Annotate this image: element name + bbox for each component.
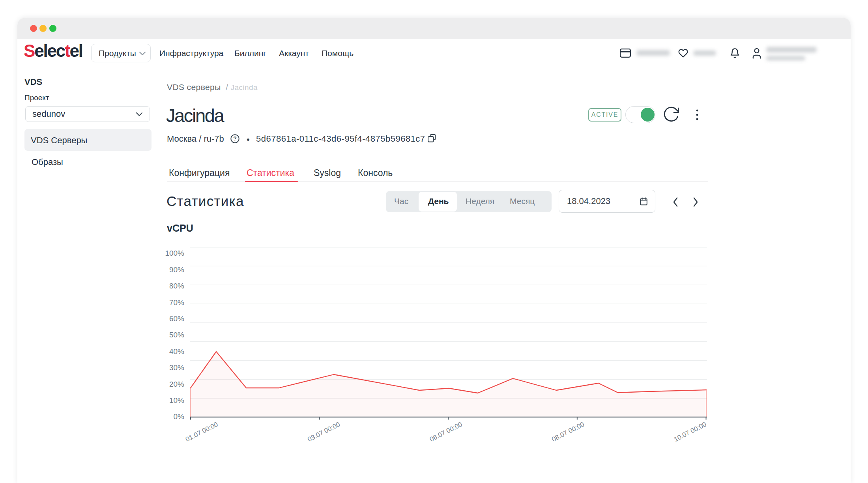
svg-text:40%: 40% bbox=[169, 347, 184, 356]
svg-text:70%: 70% bbox=[169, 298, 184, 307]
svg-text:100%: 100% bbox=[165, 249, 184, 257]
svg-text:01.07 00:00: 01.07 00:00 bbox=[184, 421, 219, 444]
svg-text:0%: 0% bbox=[174, 412, 185, 421]
svg-text:10%: 10% bbox=[169, 396, 184, 404]
svg-text:30%: 30% bbox=[169, 363, 184, 372]
svg-text:80%: 80% bbox=[169, 282, 184, 290]
svg-text:10.07 00:00: 10.07 00:00 bbox=[673, 421, 708, 444]
svg-text:20%: 20% bbox=[169, 380, 184, 388]
svg-text:90%: 90% bbox=[169, 266, 184, 274]
svg-text:08.07 00:00: 08.07 00:00 bbox=[550, 421, 586, 444]
svg-text:60%: 60% bbox=[169, 315, 184, 323]
svg-text:06.07 00:00: 06.07 00:00 bbox=[428, 421, 464, 444]
svg-text:03.07 00:00: 03.07 00:00 bbox=[306, 421, 341, 444]
svg-text:50%: 50% bbox=[169, 331, 184, 339]
